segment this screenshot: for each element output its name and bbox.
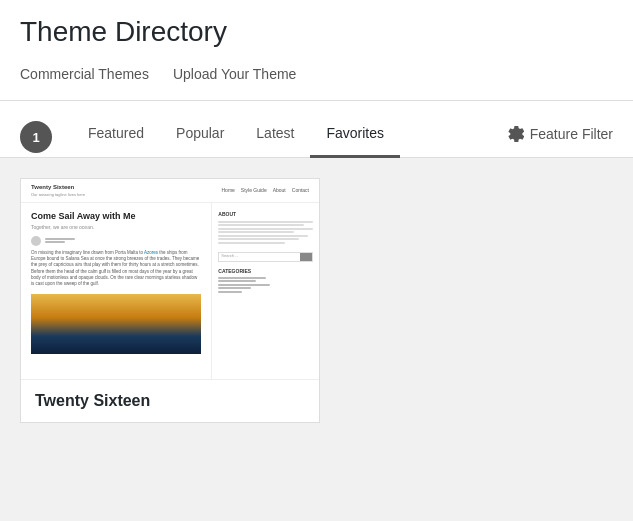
mockup-post-subheading: Together, we are one ocean. — [31, 224, 201, 230]
main-content: Twenty Sixteen Our amazing tagline lives… — [0, 158, 633, 443]
mockup-nav-style: Style Guide — [241, 187, 267, 193]
gear-icon — [508, 126, 524, 142]
cat4 — [218, 287, 251, 289]
sl4 — [218, 231, 294, 233]
mockup-search-btn-mock — [300, 253, 312, 261]
sl2 — [218, 224, 303, 226]
theme-name-bar: Twenty Sixteen — [21, 379, 319, 422]
mockup-logo-text: Twenty Sixteen — [31, 184, 85, 192]
mockup-nav-about: About — [273, 187, 286, 193]
page-header: Theme Directory Commercial Themes Upload… — [0, 0, 633, 101]
theme-screenshot: Twenty Sixteen Our amazing tagline lives… — [21, 179, 319, 379]
mockup-main-col: Come Sail Away with Me Together, we are … — [21, 203, 211, 379]
mockup-nav-contact: Contact — [292, 187, 309, 193]
mockup-article-intro-text: On missing the imaginary line drawn from… — [31, 250, 201, 288]
mockup-categories-heading: CATEGORIES — [218, 268, 313, 274]
nav-upload-theme[interactable]: Upload Your Theme — [173, 62, 297, 88]
mockup-byline-line-1 — [45, 238, 75, 240]
themes-grid: Twenty Sixteen Our amazing tagline lives… — [20, 178, 613, 423]
mockup-sidebar-col: ABOUT — [211, 203, 319, 379]
page-title: Theme Directory — [20, 16, 613, 48]
feature-filter-button[interactable]: Feature Filter — [508, 118, 613, 156]
cat5 — [218, 291, 242, 293]
mockup-byline-line-2 — [45, 241, 65, 243]
mockup-author-avatar — [31, 236, 41, 246]
tab-favorites[interactable]: Favorites — [310, 117, 400, 158]
sl5 — [218, 235, 308, 237]
cat2 — [218, 280, 256, 282]
mockup-byline — [31, 236, 201, 246]
mockup-nav: Twenty Sixteen Our amazing tagline lives… — [21, 179, 319, 203]
tab-featured[interactable]: Featured — [72, 117, 160, 158]
tabs-bar: 1 Featured Popular Latest Favorites Feat… — [0, 101, 633, 158]
nav-commercial-themes[interactable]: Commercial Themes — [20, 62, 149, 88]
mockup-body: Come Sail Away with Me Together, we are … — [21, 203, 319, 379]
mockup-post-heading: Come Sail Away with Me — [31, 211, 201, 221]
mockup-cat-links — [218, 277, 313, 293]
cat3 — [218, 284, 270, 286]
sl3 — [218, 228, 313, 230]
theme-name-label: Twenty Sixteen — [35, 392, 305, 410]
header-nav: Commercial Themes Upload Your Theme — [20, 62, 613, 88]
sl7 — [218, 242, 284, 244]
mockup-about-heading: ABOUT — [218, 211, 313, 217]
mockup-search-input-mock: Search ... — [219, 253, 300, 261]
tab-popular[interactable]: Popular — [160, 117, 240, 158]
sl6 — [218, 238, 298, 240]
mockup-nav-home: Home — [221, 187, 234, 193]
mockup-nav-links: Home Style Guide About Contact — [221, 187, 309, 193]
mockup-article-preview: On missing the imaginary line drawn from… — [31, 250, 201, 288]
mockup-container: Twenty Sixteen Our amazing tagline lives… — [21, 179, 319, 379]
theme-card-twenty-sixteen[interactable]: Twenty Sixteen Our amazing tagline lives… — [20, 178, 320, 423]
tabs-list: Featured Popular Latest Favorites Featur… — [72, 117, 613, 157]
mockup-byline-text — [45, 238, 75, 243]
mockup-search-box: Search ... — [218, 252, 313, 262]
tab-latest[interactable]: Latest — [240, 117, 310, 158]
feature-filter-label: Feature Filter — [530, 126, 613, 142]
mockup-logo: Twenty Sixteen Our amazing tagline lives… — [31, 184, 85, 197]
cat1 — [218, 277, 265, 279]
page-wrapper: Theme Directory Commercial Themes Upload… — [0, 0, 633, 521]
theme-count-badge: 1 — [20, 121, 52, 153]
mockup-logo-sub: Our amazing tagline lives here — [31, 192, 85, 197]
mockup-sidebar-about-text — [218, 221, 313, 244]
mockup-featured-image — [31, 294, 201, 354]
sl1 — [218, 221, 313, 223]
